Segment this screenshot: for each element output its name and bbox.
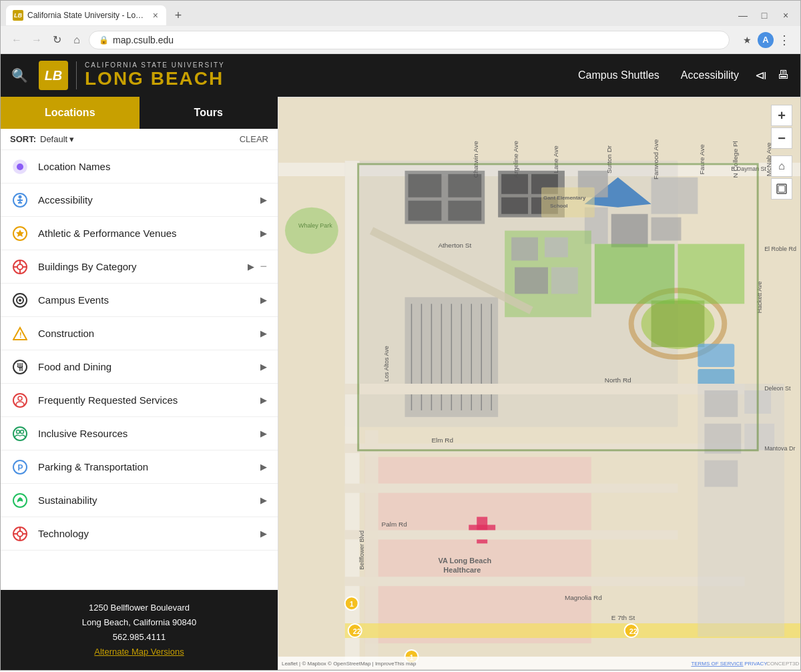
profile-icon[interactable]: A	[758, 32, 774, 48]
svg-rect-79	[545, 238, 568, 258]
tab-favicon: LB	[13, 10, 23, 21]
svg-text:P: P	[18, 462, 23, 472]
app-header: 🔍 LB CALIFORNIA STATE UNIVERSITY LONG BE…	[1, 54, 800, 97]
map-controls: + − ⌂	[771, 105, 792, 200]
campus-shuttles-link[interactable]: Campus Shuttles	[578, 69, 659, 81]
svg-rect-89	[345, 484, 678, 493]
home-button[interactable]: ⌂	[771, 155, 792, 177]
svg-text:Deleon St: Deleon St	[764, 385, 791, 392]
svg-point-18	[19, 299, 21, 302]
menu-item-parking[interactable]: P Parking & Transportation ▶	[1, 450, 278, 484]
menu-item-frequently-requested[interactable]: Frequently Requested Services ▶	[1, 384, 278, 417]
svg-point-1	[17, 163, 23, 170]
address-field[interactable]: 🔒 map.csulb.edu	[89, 31, 730, 49]
svg-text:El Roble Rd: El Roble Rd	[764, 246, 796, 252]
construction-arrow: ▶	[260, 328, 267, 338]
svg-rect-81	[551, 267, 578, 294]
campus-events-icon	[11, 292, 29, 309]
svg-text:TERMS OF SERVICE: TERMS OF SERVICE	[691, 661, 743, 667]
location-names-label: Location Names	[38, 161, 267, 172]
address-bar-row: ← → ↻ ⌂ 🔒 map.csulb.edu ★ A ⋮	[1, 26, 800, 54]
header-nav: Campus Shuttles Accessibility	[578, 69, 739, 81]
buildings-label: Buildings By Category	[38, 261, 248, 272]
svg-text:Gant Elementary: Gant Elementary	[543, 195, 586, 201]
alternate-map-link[interactable]: Alternate Map Versions	[94, 647, 184, 657]
svg-text:22: 22	[629, 627, 637, 635]
layers-button[interactable]	[771, 178, 792, 200]
map-area[interactable]: 22 22 1 1	[278, 97, 800, 670]
food-dining-label: Food and Dining	[38, 361, 260, 372]
window-minimize[interactable]: —	[734, 6, 752, 25]
svg-rect-85	[345, 444, 744, 453]
new-tab-button[interactable]: +	[169, 6, 188, 25]
svg-rect-52	[501, 198, 528, 214]
construction-icon: !	[11, 325, 29, 342]
svg-text:Mantova Dr: Mantova Dr	[764, 445, 795, 452]
menu-item-technology[interactable]: Technology ▶	[1, 517, 278, 551]
sort-select[interactable]: Default ▾	[40, 134, 74, 144]
svg-point-30	[21, 430, 24, 433]
csulb-logo: LB	[39, 61, 68, 90]
sort-bar: SORT: Default ▾ CLEAR	[1, 129, 278, 150]
sustainability-arrow: ▶	[260, 495, 267, 505]
menu-item-athletic[interactable]: Athletic & Performance Venues ▶	[1, 217, 278, 250]
zoom-in-button[interactable]: +	[771, 105, 792, 126]
buildings-minus[interactable]: −	[260, 260, 267, 274]
print-icon[interactable]: 🖶	[778, 68, 790, 83]
sidebar-footer: 1250 Bellflower Boulevard Long Beach, Ca…	[1, 590, 278, 670]
clear-button[interactable]: CLEAR	[240, 134, 268, 144]
nav-back[interactable]: ←	[9, 32, 25, 48]
parking-label: Parking & Transportation	[38, 461, 260, 472]
svg-rect-129	[541, 188, 595, 218]
svg-rect-66	[678, 244, 744, 304]
sidebar-tabs: Locations Tours	[1, 97, 278, 129]
buildings-icon	[11, 258, 29, 276]
tab-locations[interactable]: Locations	[1, 97, 140, 129]
svg-rect-45	[409, 174, 442, 198]
tab-tours[interactable]: Tours	[140, 97, 278, 129]
sustainability-icon	[11, 492, 29, 509]
svg-point-35	[17, 531, 23, 537]
share-icon[interactable]: ⧏	[755, 68, 767, 83]
svg-rect-62	[651, 300, 705, 347]
bookmark-icon[interactable]: ★	[739, 32, 755, 48]
svg-rect-103	[704, 390, 738, 417]
zoom-out-button[interactable]: −	[771, 127, 792, 149]
svg-rect-80	[515, 267, 548, 294]
menu-item-accessibility[interactable]: Accessibility ▶	[1, 184, 278, 217]
tab-close-icon[interactable]: ×	[152, 9, 160, 22]
window-maximize[interactable]: □	[755, 6, 774, 25]
footer-address1: 1250 Bellflower Boulevard	[11, 601, 267, 615]
window-close[interactable]: ×	[776, 6, 795, 25]
map-canvas: 22 22 1 1	[278, 97, 800, 670]
browser-tab[interactable]: LB California State University - Long...…	[6, 5, 166, 25]
svg-point-11	[17, 264, 23, 270]
nav-reload[interactable]: ↻	[49, 32, 65, 48]
svg-point-3	[19, 195, 22, 198]
food-dining-icon	[11, 358, 29, 376]
svg-text:Los Altos Ave: Los Altos Ave	[383, 346, 390, 382]
menu-item-food-dining[interactable]: Food and Dining ▶	[1, 350, 278, 384]
menu-item-campus-events[interactable]: Campus Events ▶	[1, 284, 278, 317]
svg-text:Elm Rd: Elm Rd	[431, 436, 453, 444]
search-icon[interactable]: 🔍	[11, 67, 28, 83]
accessibility-link[interactable]: Accessibility	[681, 69, 739, 81]
menu-item-location-names[interactable]: Location Names	[1, 150, 278, 184]
svg-rect-102	[698, 384, 784, 637]
browser-menu-icon[interactable]: ⋮	[776, 32, 792, 48]
menu-item-sustainability[interactable]: Sustainability ▶	[1, 484, 278, 517]
svg-text:Chatwin Ave: Chatwin Ave	[472, 141, 479, 178]
menu-item-construction[interactable]: ! Construction ▶	[1, 317, 278, 350]
csulb-title: LONG BEACH	[85, 69, 225, 89]
nav-forward[interactable]: →	[29, 32, 45, 48]
menu-item-buildings[interactable]: Buildings By Category ▶ −	[1, 250, 278, 284]
header-icons: ⧏ 🖶	[755, 68, 790, 83]
svg-point-108	[285, 208, 338, 254]
app-container: 🔍 LB CALIFORNIA STATE UNIVERSITY LONG BE…	[1, 54, 800, 670]
nav-home[interactable]: ⌂	[69, 32, 85, 48]
svg-text:Healthcare: Healthcare	[443, 566, 481, 574]
tab-title: California State University - Long...	[27, 11, 148, 20]
svg-text:Lane Ave: Lane Ave	[552, 145, 559, 174]
menu-item-inclusive-resources[interactable]: Inclusive Resources ▶	[1, 417, 278, 450]
food-dining-arrow: ▶	[260, 362, 267, 372]
